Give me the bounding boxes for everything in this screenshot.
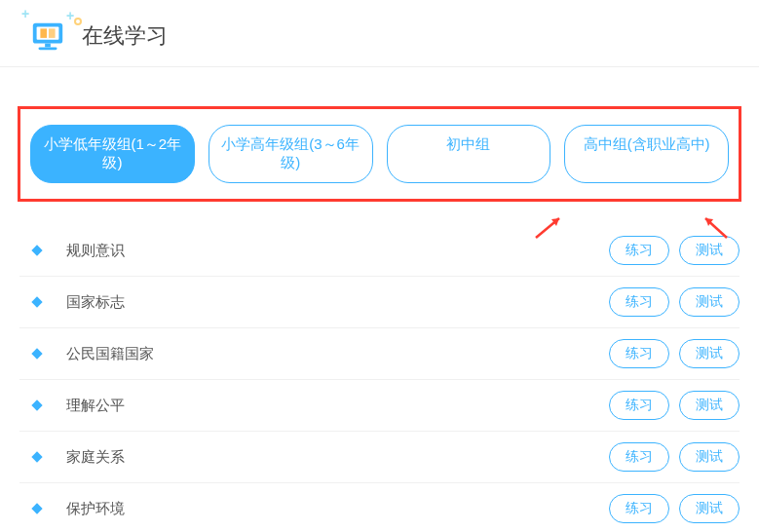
svg-rect-1 [37,27,59,40]
topic-label: 家庭关系 [66,448,599,467]
tab-primary-upper[interactable]: 小学高年级组(3～6年级) [209,125,373,183]
topic-row: 保护环境 练习 测试 [19,483,740,532]
topic-row: 规则意识 练习 测试 [19,225,740,277]
bullet-icon [31,399,42,410]
decor-plus-icon: + [21,6,29,21]
tab-middle[interactable]: 初中组 [387,125,551,183]
topic-list: 规则意识 练习 测试 国家标志 练习 测试 公民国籍国家 练习 测试 理解公平 … [19,225,740,532]
test-button[interactable]: 测试 [679,339,740,368]
practice-button[interactable]: 练习 [609,236,669,265]
practice-button[interactable]: 练习 [609,287,669,317]
practice-button[interactable]: 练习 [609,442,669,472]
practice-button[interactable]: 练习 [609,494,669,523]
page-title: 在线学习 [82,21,168,51]
decor-circle-icon [74,18,82,25]
test-button[interactable]: 测试 [679,236,740,265]
svg-rect-3 [39,47,57,50]
test-button[interactable]: 测试 [679,494,740,523]
tab-high[interactable]: 高中组(含职业高中) [564,125,729,183]
topic-label: 公民国籍国家 [66,345,599,363]
decor-plus-icon: + [66,8,74,23]
topic-label: 保护环境 [66,500,599,518]
test-button[interactable]: 测试 [679,391,740,420]
practice-button[interactable]: 练习 [609,339,669,368]
topic-label: 规则意识 [66,242,599,260]
topic-label: 国家标志 [66,293,599,312]
topic-row: 理解公平 练习 测试 [19,380,740,432]
topic-row: 公民国籍国家 练习 测试 [19,328,740,380]
bullet-icon [31,296,42,307]
practice-button[interactable]: 练习 [609,391,669,420]
test-button[interactable]: 测试 [679,287,740,317]
monitor-book-icon [29,18,66,55]
svg-rect-2 [45,44,51,48]
tab-primary-lower[interactable]: 小学低年级组(1～2年级) [30,125,195,183]
topic-row: 国家标志 练习 测试 [19,277,740,328]
test-button[interactable]: 测试 [679,442,740,472]
topic-label: 理解公平 [66,397,599,415]
grade-tabs-container: 小学低年级组(1～2年级) 小学高年级组(3～6年级) 初中组 高中组(含职业高… [18,106,741,202]
header: 在线学习 [0,0,759,67]
bullet-icon [31,245,42,255]
bullet-icon [31,348,42,359]
bullet-icon [31,451,42,462]
topic-row: 家庭关系 练习 测试 [19,432,740,483]
bullet-icon [31,503,42,513]
